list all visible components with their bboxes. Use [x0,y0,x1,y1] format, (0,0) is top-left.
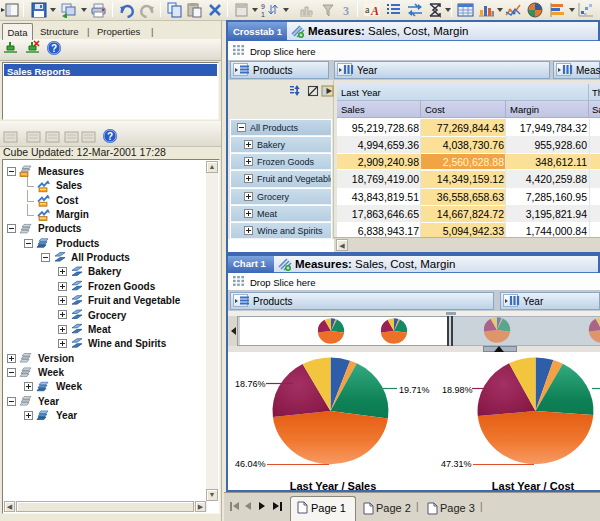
svg-text:1: 1 [261,11,265,18]
svg-text:A: A [370,4,379,18]
svg-text:?: ? [107,131,113,142]
svg-text:a: a [365,4,370,15]
svg-text:3: 3 [343,4,349,18]
svg-text:9: 9 [261,3,265,10]
svg-text:?: ? [51,43,57,54]
